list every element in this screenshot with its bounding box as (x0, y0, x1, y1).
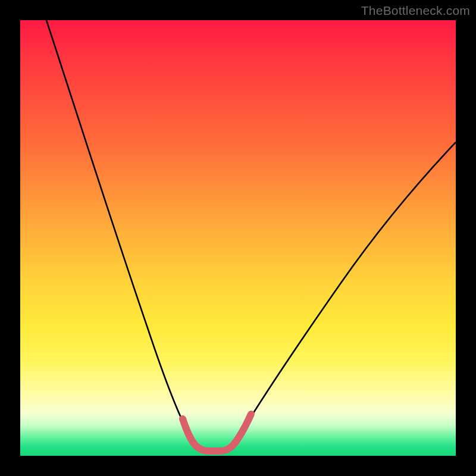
optimal-range-marker (183, 414, 251, 451)
bottleneck-curve (20, 20, 456, 456)
plot-area (20, 20, 456, 456)
curve-path (46, 20, 456, 450)
chart-frame: TheBottleneck.com (0, 0, 476, 476)
watermark-text: TheBottleneck.com (361, 4, 470, 18)
